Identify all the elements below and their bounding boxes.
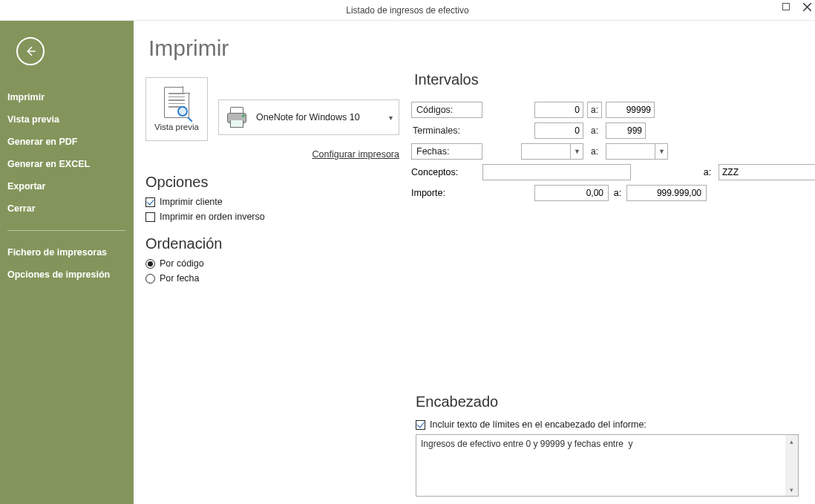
encabezado-textarea-container: ▴ ▾ — [416, 434, 799, 497]
codigos-label-button[interactable]: Códigos: — [411, 102, 482, 118]
importe-label: Importe: — [411, 188, 482, 198]
scroll-up-icon[interactable]: ▴ — [785, 435, 798, 448]
fechas-label-button[interactable]: Fechas: — [411, 143, 482, 160]
printer-select[interactable]: OneNote for Windows 10 ▾ — [218, 99, 399, 135]
sidebar-item-exportar[interactable]: Exportar — [0, 175, 134, 197]
a-label: a: — [696, 167, 719, 177]
radio-icon — [145, 259, 155, 269]
arrow-left-icon — [24, 45, 37, 58]
window-title: Listado de ingresos de efectivo — [346, 5, 468, 16]
a-label: a: — [583, 146, 606, 157]
printer-icon — [225, 107, 249, 128]
conceptos-from-input[interactable] — [482, 164, 631, 180]
sidebar-divider — [7, 230, 126, 231]
sidebar: Imprimir Vista previa Generar en PDF Gen… — [0, 21, 134, 504]
window-controls — [781, 1, 812, 12]
por-codigo-radio[interactable]: Por código — [145, 258, 399, 269]
sidebar-item-fichero-impresoras[interactable]: Fichero de impresoras — [0, 241, 134, 264]
title-bar: Listado de ingresos de efectivo — [0, 0, 815, 21]
fechas-to-input[interactable] — [606, 143, 668, 160]
vista-previa-caption: Vista previa — [154, 122, 199, 131]
maximize-icon[interactable] — [781, 1, 791, 12]
checkbox-icon — [416, 420, 425, 430]
terminales-to-input[interactable] — [606, 122, 646, 139]
sidebar-item-imprimir[interactable]: Imprimir — [0, 86, 134, 108]
encabezado-title: Encabezado — [416, 393, 802, 410]
importe-to-input[interactable] — [626, 185, 707, 201]
chevron-down-icon: ▾ — [389, 114, 393, 122]
importe-from-input[interactable] — [534, 185, 609, 201]
imprimir-orden-inverso-checkbox[interactable]: Imprimir en orden inverso — [145, 212, 399, 222]
por-fecha-radio[interactable]: Por fecha — [145, 273, 399, 284]
sidebar-item-opciones-impresion[interactable]: Opciones de impresión — [0, 264, 134, 286]
checkbox-icon — [145, 197, 155, 207]
configurar-impresora-link[interactable]: Configurar impresora — [312, 149, 399, 160]
incluir-texto-limites-checkbox[interactable]: Incluir texto de límites en el encabezad… — [416, 419, 802, 430]
document-preview-icon — [164, 87, 189, 118]
terminales-label: Terminales: — [411, 125, 482, 136]
sidebar-item-vista-previa[interactable]: Vista previa — [0, 108, 134, 131]
scrollbar[interactable]: ▴ ▾ — [785, 435, 798, 496]
encabezado-section: Encabezado Incluir texto de límites en e… — [416, 380, 802, 497]
vista-previa-button[interactable]: Vista previa — [145, 77, 208, 141]
a-label: a: — [587, 102, 602, 118]
fechas-from-input[interactable] — [521, 143, 583, 160]
printer-name: OneNote for Windows 10 — [256, 112, 360, 122]
radio-icon — [145, 274, 155, 284]
ordenacion-title: Ordenación — [145, 235, 399, 252]
opciones-title: Opciones — [145, 174, 399, 191]
scroll-down-icon[interactable]: ▾ — [785, 483, 798, 496]
conceptos-to-input[interactable] — [719, 164, 815, 180]
checkbox-icon — [145, 212, 155, 222]
intervalos-title: Intervalos — [414, 71, 815, 88]
terminales-from-input[interactable] — [534, 122, 583, 139]
conceptos-label: Conceptos: — [411, 167, 482, 177]
imprimir-cliente-checkbox[interactable]: Imprimir cliente — [145, 197, 399, 207]
close-icon[interactable] — [802, 1, 812, 12]
codigos-to-input[interactable] — [606, 102, 655, 118]
a-label: a: — [583, 125, 606, 136]
sidebar-item-cerrar[interactable]: Cerrar — [0, 197, 134, 220]
svg-rect-0 — [783, 4, 790, 10]
page-title: Imprimir — [148, 36, 805, 61]
back-button[interactable] — [16, 37, 45, 65]
sidebar-item-generar-excel[interactable]: Generar en EXCEL — [0, 153, 134, 175]
codigos-from-input[interactable] — [534, 102, 583, 118]
a-label: a: — [609, 188, 626, 198]
encabezado-textarea[interactable] — [416, 435, 785, 496]
sidebar-item-generar-pdf[interactable]: Generar en PDF — [0, 131, 134, 153]
